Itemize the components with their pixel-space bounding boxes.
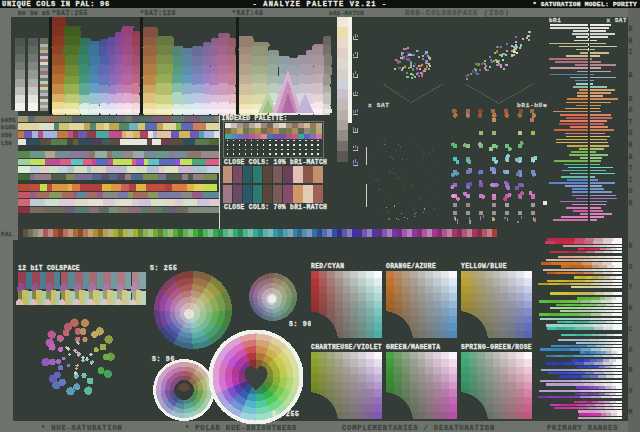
- svg-text:R0 50 85: R0 50 85: [18, 10, 50, 17]
- svg-text:S: 96: S: 96: [289, 321, 312, 328]
- svg-text:S: S: [629, 96, 633, 103]
- svg-text:SPRING-GREEN/ROSE: SPRING-GREEN/ROSE: [461, 344, 532, 351]
- svg-text:V: V: [629, 388, 633, 395]
- svg-text:x SAT: x SAT: [606, 17, 627, 24]
- svg-text:* HUE-SATURATION: * HUE-SATURATION: [41, 424, 123, 432]
- svg-text:bRi-hUe: bRi-hUe: [517, 102, 547, 109]
- svg-text:x SAT: x SAT: [368, 102, 390, 109]
- svg-text:A: A: [629, 347, 633, 354]
- svg-text:M: M: [629, 409, 633, 416]
- svg-text:COMPLEMENTARIES / DESATURATION: COMPLEMENTARIES / DESATURATION: [342, 424, 495, 432]
- svg-text:O: O: [629, 188, 633, 195]
- svg-text:UNIQUE COLS IN PAL: 96: UNIQUE COLS IN PAL: 96: [2, 0, 110, 8]
- svg-text:B: B: [629, 367, 633, 374]
- svg-text:RGB-COLORSPACE (ISO): RGB-COLORSPACE (ISO): [405, 9, 510, 17]
- svg-text:B: B: [629, 26, 633, 33]
- svg-text:L50: L50: [1, 140, 12, 147]
- svg-text:12 biT COLSPACE: 12 biT COLSPACE: [18, 265, 80, 272]
- svg-text:A: A: [629, 154, 633, 161]
- svg-text:RED/CYAN: RED/CYAN: [311, 263, 344, 270]
- svg-text:PRIMARY RANGES: PRIMARY RANGES: [547, 424, 618, 432]
- svg-text:R: R: [629, 243, 633, 250]
- svg-text:Y: Y: [629, 284, 633, 291]
- svg-text:*SAT:255: *SAT:255: [52, 10, 88, 17]
- svg-text:O: O: [629, 264, 633, 271]
- svg-text:bRi-MATCH: bRi-MATCH: [329, 10, 364, 17]
- svg-text:S: 255: S: 255: [150, 265, 178, 272]
- svg-text:CLOSE COLS: 70% bRi-MATCH: CLOSE COLS: 70% bRi-MATCH: [224, 204, 327, 211]
- svg-text:A: A: [629, 107, 633, 114]
- svg-text:YELLOW/BLUE: YELLOW/BLUE: [461, 263, 507, 270]
- svg-text:- ANALYZE PALETTE V2.21 -: - ANALYZE PALETTE V2.21 -: [252, 0, 387, 8]
- svg-text:&: &: [629, 72, 633, 79]
- svg-text:C: C: [629, 326, 633, 333]
- svg-text:*SAT:128: *SAT:128: [140, 10, 176, 17]
- svg-text:I: I: [629, 49, 633, 56]
- svg-text:b65%: b65%: [1, 117, 16, 124]
- svg-text:N: N: [629, 200, 633, 207]
- svg-text:R: R: [629, 142, 633, 149]
- svg-text:* POLAR HUE-BRIGHTNESS: * POLAR HUE-BRIGHTNESS: [185, 424, 297, 432]
- svg-text:CLOSE COLS: 10% bRi-MATCH: CLOSE COLS: 10% bRi-MATCH: [224, 159, 327, 166]
- svg-text:bRi: bRi: [549, 17, 561, 24]
- svg-text:R: R: [629, 38, 633, 45]
- svg-text:S50: S50: [1, 132, 12, 139]
- svg-text:b10%: b10%: [1, 124, 16, 131]
- svg-text:GREEN/MAGENTA: GREEN/MAGENTA: [386, 344, 440, 351]
- svg-text:T: T: [629, 119, 633, 126]
- svg-text:I: I: [629, 177, 633, 184]
- svg-text:ORANGE/AZURE: ORANGE/AZURE: [386, 263, 436, 270]
- svg-text:S: 255: S: 255: [272, 411, 300, 418]
- svg-text:*SAT:48: *SAT:48: [232, 10, 264, 17]
- svg-text:U: U: [629, 130, 633, 137]
- svg-text:G: G: [629, 305, 633, 312]
- svg-text:PAL: PAL: [1, 231, 13, 238]
- svg-text:T: T: [629, 165, 633, 172]
- svg-text:* SATURATION MODEL: PURITY: * SATURATION MODEL: PURITY: [533, 1, 637, 8]
- svg-text:CHARTREUSE/VIOLET: CHARTREUSE/VIOLET: [311, 344, 382, 351]
